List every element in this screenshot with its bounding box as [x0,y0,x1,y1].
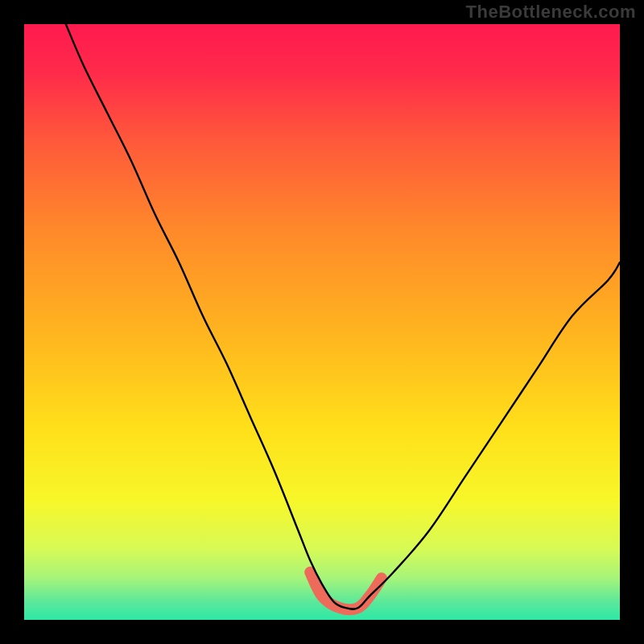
watermark-text: TheBottleneck.com [466,2,636,23]
chart-plot [24,24,620,620]
plot-background [24,24,620,620]
chart-frame: TheBottleneck.com [0,0,644,644]
